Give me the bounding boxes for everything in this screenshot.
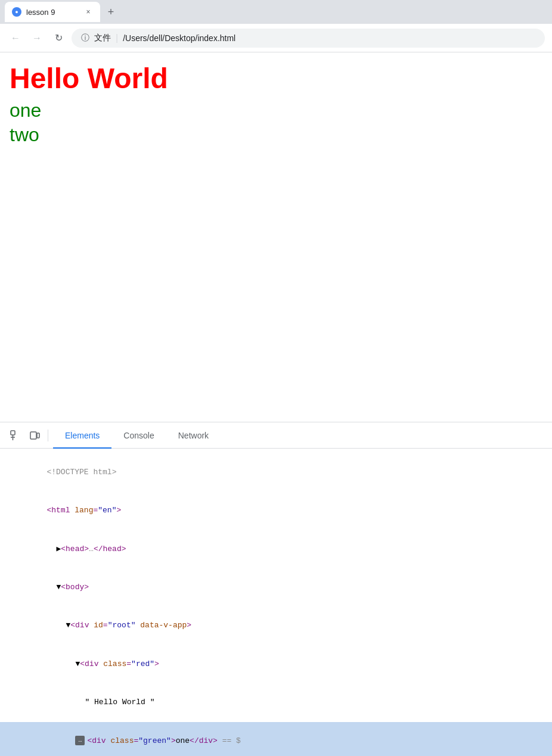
tab-elements[interactable]: Elements <box>53 422 111 449</box>
code-line-3[interactable]: ▶<head>…</head> <box>0 530 552 568</box>
code-line-4[interactable]: ▼<body> <box>0 568 552 606</box>
tab-bar: ● lesson 9 × + <box>0 0 552 24</box>
tab-favicon: ● <box>12 7 21 17</box>
refresh-button[interactable]: ↻ <box>50 30 67 46</box>
url-text: /Users/dell/Desktop/index.html <box>123 33 235 43</box>
tab-console[interactable]: Console <box>111 422 166 449</box>
code-line-2: <html lang="en"> <box>0 491 552 530</box>
url-divider: | <box>116 33 118 43</box>
forward-button[interactable]: → <box>29 30 45 46</box>
code-line-7: " Hello World " <box>0 683 552 721</box>
page-item-one: one <box>10 99 542 122</box>
webpage-content: Hello World one two <box>0 52 552 422</box>
tab-close-button[interactable]: × <box>83 7 93 17</box>
svg-rect-4 <box>37 433 39 438</box>
code-line-1: <!DOCTYPE html> <box>0 453 552 491</box>
toolbar-divider <box>48 430 48 441</box>
svg-rect-3 <box>30 432 36 439</box>
page-item-two: two <box>10 124 542 146</box>
device-toolbar-button[interactable] <box>26 427 43 444</box>
tab-network[interactable]: Network <box>166 422 221 449</box>
back-button[interactable]: ← <box>7 30 24 46</box>
browser-frame: ● lesson 9 × + ← → ↻ ⓘ 文件 | /Users/dell/… <box>0 0 552 756</box>
devtools-toolbar: Elements Console Network <box>0 422 552 449</box>
page-heading: Hello World <box>10 62 542 95</box>
devtools-code-view: <!DOCTYPE html> <html lang="en"> ▶<head>… <box>0 449 552 756</box>
code-line-5[interactable]: ▼<div id="root" data-v-app> <box>0 607 552 645</box>
code-line-8[interactable]: …<div class="green">one</div> == $ <box>0 722 552 756</box>
code-line-6[interactable]: ▼<div class="red"> <box>0 645 552 683</box>
svg-rect-0 <box>11 431 15 435</box>
inspect-element-button[interactable] <box>7 427 24 444</box>
info-icon: ⓘ <box>81 33 89 43</box>
file-label: 文件 <box>94 33 111 43</box>
tab-title: lesson 9 <box>26 8 55 17</box>
new-tab-button[interactable]: + <box>103 4 119 20</box>
devtools-panel: Elements Console Network <!DOCTYPE html>… <box>0 422 552 756</box>
devtools-tabs: Elements Console Network <box>53 422 221 449</box>
url-bar[interactable]: ⓘ 文件 | /Users/dell/Desktop/index.html <box>72 29 545 48</box>
address-bar: ← → ↻ ⓘ 文件 | /Users/dell/Desktop/index.h… <box>0 24 552 52</box>
browser-tab[interactable]: ● lesson 9 × <box>5 2 100 22</box>
